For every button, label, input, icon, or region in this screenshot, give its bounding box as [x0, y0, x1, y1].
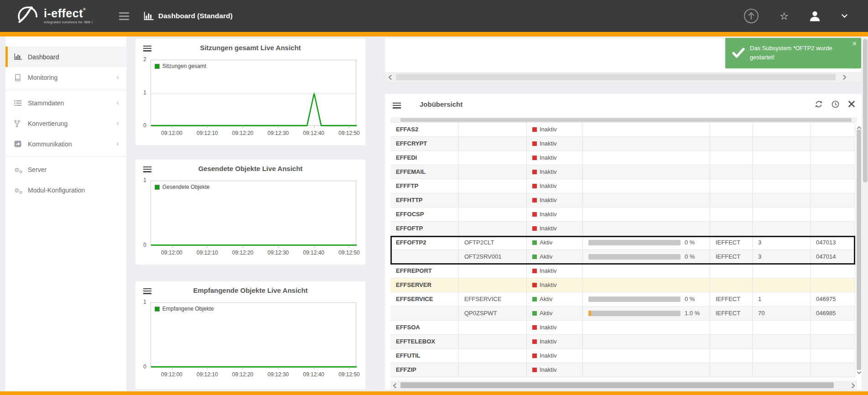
progress-label: 1.0 % — [685, 307, 700, 320]
cell-subjob-name — [459, 363, 527, 377]
panel-menu-icon[interactable] — [393, 101, 401, 109]
scroll-left-icon[interactable] — [388, 74, 392, 82]
cell-job-number — [811, 363, 855, 377]
cell-count — [753, 151, 811, 165]
table-row[interactable]: EFFOFTPInaktiv — [390, 222, 855, 236]
x-tick-mark — [172, 126, 172, 128]
sidebar-item-dashboard[interactable]: Dashboard — [5, 47, 126, 67]
legend-label: Gesendete Objekte — [162, 184, 209, 190]
panel-horizontal-scrollbar[interactable] — [385, 72, 861, 82]
x-tick-mark — [278, 367, 279, 369]
table-row[interactable]: EFFCRYPTInaktiv — [390, 137, 855, 151]
cell-job-name: EFFSOA — [390, 321, 459, 334]
scroll-right-icon[interactable] — [851, 382, 855, 390]
table-row[interactable]: EFFOFTP2OFTP2CLTAktiv0 %IEFFECT3047013 — [390, 236, 855, 250]
refresh-icon[interactable] — [815, 100, 823, 108]
scrollbar-thumb[interactable] — [400, 118, 852, 122]
table-row[interactable]: EFFUTILInaktiv — [390, 349, 855, 363]
close-icon[interactable] — [848, 100, 855, 108]
status-indicator — [532, 141, 537, 146]
scrollbar-thumb[interactable] — [857, 130, 861, 370]
progress-bar — [588, 296, 681, 302]
table-row[interactable]: EFFZIPInaktiv — [390, 363, 855, 377]
table-row[interactable]: EFFSOAInaktiv — [390, 321, 855, 335]
cell-status: Inaktiv — [527, 179, 583, 193]
table-row[interactable]: QP0ZSPWTAktiv1.0 %IEFFECT70046985 — [390, 307, 855, 321]
scroll-down-icon[interactable] — [857, 368, 862, 376]
cell-user — [710, 193, 753, 207]
cell-user — [710, 123, 753, 136]
cell-subjob-name: OFT2SRV001 — [459, 250, 527, 264]
panel-menu-icon[interactable] — [143, 44, 151, 52]
panel-menu-icon[interactable] — [143, 287, 151, 295]
cell-user — [710, 335, 753, 348]
sidebar-item-monitoring[interactable]: Monitoring‹ — [5, 67, 126, 88]
sidebar-item-konvertierung[interactable]: Konvertierung‹ — [5, 113, 126, 134]
table-row[interactable]: EFFFTPInaktiv — [390, 179, 855, 193]
cell-job-number: 047014 — [811, 250, 855, 264]
toast-message: Das Subsystem *OFTP2 wurde gestartet! — [750, 44, 848, 62]
scroll-right-icon[interactable] — [842, 74, 847, 82]
table-scrollbar-right[interactable] — [856, 122, 862, 377]
cell-job-name: EFFAS2 — [390, 123, 459, 136]
x-tick-mark — [207, 367, 208, 369]
toast-close-icon[interactable]: × — [852, 40, 857, 48]
user-icon[interactable] — [809, 10, 821, 22]
cell-status: Inaktiv — [527, 321, 583, 334]
x-tick-label: 09:12:30 — [262, 130, 295, 136]
scrollbar-thumb[interactable] — [396, 74, 836, 80]
y-axis-labels: 012 — [135, 60, 151, 126]
status-label: Aktiv — [540, 310, 552, 317]
cell-user — [710, 151, 753, 165]
cell-job-number — [811, 278, 855, 292]
cell-status: Inaktiv — [527, 193, 583, 207]
cell-job-number — [811, 321, 855, 334]
scrollbar-thumb[interactable] — [400, 382, 834, 388]
panel-menu-icon[interactable] — [143, 165, 151, 173]
panel-title: Gesendete Objekte Live Ansicht — [135, 165, 365, 172]
cell-status: Inaktiv — [527, 363, 583, 377]
x-tick-label: 09:12:50 — [333, 249, 365, 256]
table-scrollbar-bottom[interactable] — [390, 381, 857, 390]
cell-job-name: EFFOCSP — [390, 208, 459, 221]
table-row[interactable]: EFFSERVICEEFFSERVICEAktiv0 %IEFFECT10469… — [390, 292, 855, 307]
table-row[interactable]: EFFOCSPInaktiv — [390, 208, 855, 222]
table-row[interactable]: EFFREPORTInaktiv — [390, 264, 855, 278]
table-scrollbar-top[interactable] — [390, 117, 857, 123]
y-axis-labels: 01 — [135, 181, 151, 245]
cell-status: Aktiv — [527, 292, 583, 306]
y-tick-label: 1 — [143, 299, 146, 305]
chart-legend: Sitzungen gesamt — [155, 63, 206, 69]
brand-logo[interactable]: i-effect® integrated solutions for IBM i — [16, 4, 93, 28]
table-row[interactable]: EFFSERVERInaktiv — [390, 278, 855, 292]
x-tick-label: 09:12:20 — [226, 130, 259, 136]
nav-dropdown-chevron-icon[interactable] — [841, 14, 848, 18]
cell-job-name — [390, 250, 459, 264]
cell-subjob-name — [459, 264, 527, 278]
registered-mark: ® — [83, 7, 86, 11]
history-clock-icon[interactable] — [832, 100, 839, 108]
sidebar-item-server[interactable]: ⚙⚙Server — [5, 159, 126, 180]
sidebar-item-stammdaten[interactable]: Stammdaten‹ — [5, 93, 126, 113]
table-row[interactable]: EFFEMAILInaktiv — [390, 165, 855, 179]
cell-user — [710, 363, 753, 377]
table-row[interactable]: OFT2SRV001Aktiv0 %IEFFECT3047014 — [390, 250, 855, 264]
legend-swatch — [155, 185, 160, 190]
scrollbar-thumb[interactable] — [863, 39, 868, 182]
x-tick-label: 09:12:00 — [156, 249, 188, 256]
table-row[interactable]: EFFEDIInaktiv — [390, 151, 855, 165]
table-row[interactable]: EFFAS2Inaktiv — [390, 123, 855, 137]
accent-bar-bottom — [0, 391, 868, 395]
cell-progress — [583, 278, 710, 292]
chevron-left-icon: ‹ — [116, 139, 119, 148]
table-row[interactable]: EFFHTTPInaktiv — [390, 193, 855, 208]
page-scrollbar[interactable] — [863, 36, 868, 391]
sidebar-item-modul-konfiguration[interactable]: ⚙⚙Modul-Konfiguration — [5, 180, 126, 200]
sidebar-toggle-icon[interactable] — [119, 10, 129, 22]
favorites-star-icon[interactable]: ☆ — [780, 10, 789, 22]
sidebar-item-kommunikation[interactable]: Kommunikation‹ — [5, 134, 126, 154]
x-tick-label: 09:12:00 — [156, 130, 188, 136]
upload-icon[interactable] — [743, 8, 759, 24]
scroll-left-icon[interactable] — [393, 382, 397, 390]
table-row[interactable]: EFFTELEBOXInaktiv — [390, 335, 855, 349]
